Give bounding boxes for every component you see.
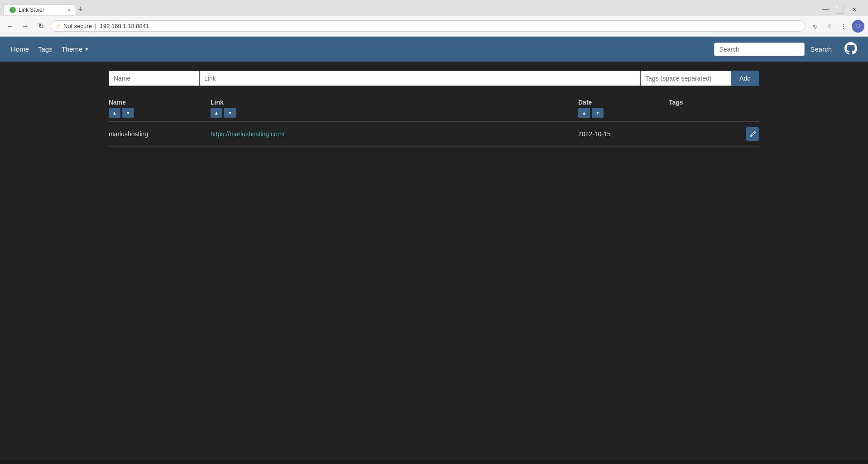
link-sort-desc[interactable]: ▼ (224, 108, 236, 118)
col-link-label: Link (211, 99, 578, 106)
link-sort-asc[interactable]: ▲ (211, 108, 222, 118)
user-avatar[interactable]: U (852, 20, 864, 33)
table-header: Name ▲ ▼ Link ▲ ▼ Date ▲ ▼ (109, 95, 759, 122)
edit-button[interactable] (746, 127, 759, 141)
nav-links: Home Tags Theme ▼ (11, 45, 89, 53)
name-input[interactable] (109, 71, 199, 86)
date-sort-desc[interactable]: ▼ (592, 108, 604, 118)
theme-label: Theme (62, 45, 83, 53)
col-date-label: Date (578, 99, 669, 106)
window-controls: — ⬜ × (819, 3, 864, 16)
row-name: mariushosting (109, 130, 211, 138)
toolbar-right: ⎋ ☆ ⋮ U (808, 20, 864, 33)
row-tags (669, 127, 759, 141)
menu-icon[interactable]: ⋮ (837, 20, 850, 33)
add-form: Add (109, 71, 759, 86)
date-sort-buttons: ▲ ▼ (578, 108, 669, 118)
name-sort-desc[interactable]: ▼ (122, 108, 134, 118)
nav-tags[interactable]: Tags (38, 45, 53, 53)
address-text: Not secure | 192.168.1.18:8841 (63, 23, 149, 29)
app-navbar: Home Tags Theme ▼ Search (0, 37, 868, 62)
bookmark-icon[interactable]: ☆ (823, 20, 835, 33)
minimize-button[interactable]: — (819, 3, 832, 16)
browser-tabs: Link Saver × + — ⬜ × (0, 0, 868, 16)
data-table: Name ▲ ▼ Link ▲ ▼ Date ▲ ▼ (109, 95, 759, 147)
link-sort-buttons: ▲ ▼ (211, 108, 578, 118)
search-button[interactable]: Search (808, 45, 834, 53)
tab-title: Link Saver (19, 7, 44, 13)
theme-dropdown[interactable]: Theme ▼ (62, 45, 89, 53)
name-sort-buttons: ▲ ▼ (109, 108, 211, 118)
col-header-tags: Tags (669, 99, 759, 118)
new-tab-button[interactable]: + (78, 5, 83, 14)
col-header-date: Date ▲ ▼ (578, 99, 669, 118)
tags-input[interactable] (640, 71, 731, 86)
col-header-link: Link ▲ ▼ (211, 99, 578, 118)
col-tags-label: Tags (669, 99, 683, 106)
theme-caret-icon: ▼ (84, 47, 89, 52)
col-name-label: Name (109, 99, 211, 106)
browser-tab-active[interactable]: Link Saver × (4, 5, 76, 15)
row-date: 2022-10-15 (578, 130, 669, 138)
forward-button[interactable]: → (19, 20, 32, 33)
table-row: mariushosting https://mariushosting.com/… (109, 122, 759, 147)
browser-chrome: Link Saver × + — ⬜ × ← → ↻ ⚠ Not secure … (0, 0, 868, 37)
add-button[interactable]: Add (731, 71, 759, 86)
close-button[interactable]: × (848, 3, 861, 16)
tab-close-button[interactable]: × (67, 7, 70, 13)
browser-toolbar: ← → ↻ ⚠ Not secure | 192.168.1.18:8841 ⎋… (0, 16, 868, 36)
main-content: Add Name ▲ ▼ Link ▲ ▼ Date (0, 62, 868, 460)
col-header-name: Name ▲ ▼ (109, 99, 211, 118)
name-sort-asc[interactable]: ▲ (109, 108, 120, 118)
search-input[interactable] (714, 43, 805, 56)
security-label: Not secure (63, 23, 92, 29)
tab-favicon (10, 7, 16, 13)
security-icon: ⚠ (56, 23, 61, 29)
nav-home[interactable]: Home (11, 45, 29, 53)
back-button[interactable]: ← (4, 20, 16, 33)
maximize-button[interactable]: ⬜ (834, 3, 846, 16)
row-link[interactable]: https://mariushosting.com/ (211, 130, 578, 138)
date-sort-asc[interactable]: ▲ (578, 108, 590, 118)
share-icon[interactable]: ⎋ (808, 20, 821, 33)
search-area: Search (714, 42, 857, 56)
address-bar[interactable]: ⚠ Not secure | 192.168.1.18:8841 (50, 20, 806, 32)
refresh-button[interactable]: ↻ (34, 20, 47, 33)
address-url: 192.168.1.18:8841 (100, 23, 149, 29)
github-icon[interactable] (844, 42, 857, 56)
link-input[interactable] (199, 71, 640, 86)
row-link-anchor[interactable]: https://mariushosting.com/ (211, 130, 284, 138)
